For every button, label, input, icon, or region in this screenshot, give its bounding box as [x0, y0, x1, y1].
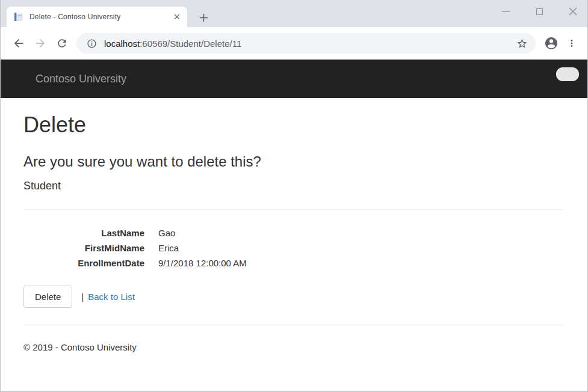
field-label-enrollmentdate: EnrollmentDate: [23, 256, 144, 271]
browser-window: Delete - Contoso University: [0, 0, 588, 392]
forward-icon[interactable]: [29, 32, 51, 54]
field-label-firstmidname: FirstMidName: [23, 240, 144, 256]
contoso-favicon-icon: [14, 12, 23, 22]
navbar-toggle-button[interactable]: [556, 67, 579, 81]
field-value-lastname: Gao: [158, 225, 564, 240]
tab-close-icon[interactable]: [172, 11, 182, 22]
page-title: Delete: [23, 113, 564, 137]
copyright-text: © 2019 - Contoso University: [23, 341, 564, 354]
chrome-menu-icon[interactable]: [562, 32, 581, 54]
field-label-lastname: LastName: [23, 225, 144, 240]
entity-heading: Student: [23, 179, 564, 193]
back-to-list-link[interactable]: Back to List: [88, 292, 135, 302]
browser-toolbar: localhost:60569/Student/Delete/11: [1, 27, 587, 60]
divider: [23, 209, 564, 210]
navbar-brand-link[interactable]: Contoso University: [36, 73, 126, 85]
url-host: localhost: [104, 38, 140, 49]
browser-tab[interactable]: Delete - Contoso University: [7, 7, 187, 27]
footer-divider: [23, 325, 564, 325]
maximize-icon[interactable]: [534, 7, 544, 16]
field-value-firstmidname: Erica: [158, 240, 564, 256]
delete-button[interactable]: Delete: [23, 286, 72, 308]
window-controls: [501, 0, 578, 23]
address-bar[interactable]: localhost:60569/Student/Delete/11: [76, 33, 536, 54]
tab-strip: Delete - Contoso University: [1, 0, 587, 27]
action-separator: |: [81, 292, 84, 302]
tab-title: Delete - Contoso University: [29, 13, 172, 21]
page-content: Delete Are you sure you want to delete t…: [1, 113, 587, 354]
field-value-enrollmentdate: 9/1/2018 12:00:00 AM: [158, 256, 564, 271]
close-icon[interactable]: [568, 7, 578, 16]
profile-avatar-icon[interactable]: [540, 32, 562, 54]
new-tab-icon[interactable]: [196, 10, 211, 25]
student-details: LastName Gao FirstMidName Erica Enrollme…: [23, 225, 564, 271]
bookmark-star-icon[interactable]: [514, 35, 530, 51]
minimize-icon[interactable]: [501, 7, 510, 16]
url-path: :60569/Student/Delete/11: [140, 38, 241, 49]
back-icon[interactable]: [8, 32, 29, 54]
reload-icon[interactable]: [51, 32, 73, 54]
url-text[interactable]: localhost:60569/Student/Delete/11: [104, 38, 241, 49]
confirm-question: Are you sure you want to delete this?: [23, 153, 564, 170]
page-info-icon[interactable]: [84, 35, 99, 51]
site-navbar: Contoso University: [1, 60, 587, 98]
action-row: Delete | Back to List: [23, 286, 564, 308]
